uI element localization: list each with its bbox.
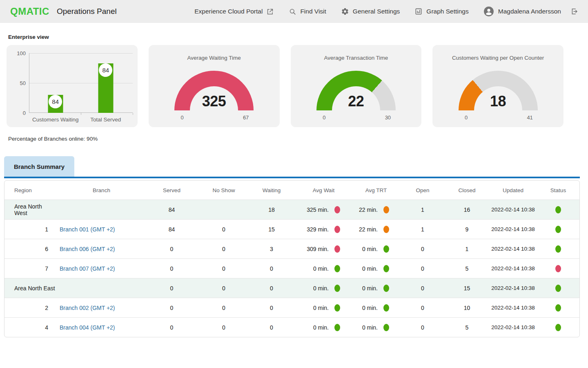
bar-value-badge: 84	[99, 63, 112, 77]
branch-status-dot	[555, 265, 561, 272]
table-row: 6 Branch 006 (GMT +2) 0 0 3 309 min. 0 m…	[4, 239, 579, 258]
gauge-max-label: 30	[385, 114, 391, 121]
avg-trt-status-dot	[383, 206, 389, 213]
cell-avg-wait: 0 min.	[296, 265, 352, 272]
gauge-title: Average Waiting Time	[149, 55, 280, 61]
cell-waiting: 18	[247, 206, 296, 213]
x-tick-end	[133, 113, 133, 115]
tab-bar: Branch Summary	[4, 156, 580, 178]
cell-updated: 2022-02-14 10:38	[489, 246, 537, 252]
avg-transaction-time-card: Average Transaction Time 22 0 30	[291, 45, 422, 127]
cell-open: 0	[401, 305, 445, 311]
table-row: Area North East 0 0 0 0 min. 0 min. 0 15…	[4, 278, 579, 298]
bar-total-served: 84	[98, 63, 113, 113]
avg-trt-status-dot	[383, 324, 389, 331]
branch-status-dot	[555, 285, 561, 292]
cell-avg-trt: 0 min.	[352, 324, 401, 331]
cell-waiting: 0	[247, 265, 296, 272]
nav-find-visit[interactable]: Find Visit	[289, 8, 326, 16]
branch-link[interactable]: Branch 004 (GMT +2)	[60, 324, 115, 331]
col-header-branch: Branch	[56, 187, 143, 193]
branch-summary-table: Region Branch Served No Show Waiting Avg…	[4, 180, 580, 337]
gear-icon	[341, 7, 349, 16]
cell-region: 4	[4, 324, 56, 331]
branch-link[interactable]: Branch 002 (GMT +2)	[60, 305, 115, 311]
avg-wait-status-dot	[334, 285, 340, 292]
cell-updated: 2022-02-14 10:38	[489, 265, 537, 272]
cell-closed: 5	[445, 265, 489, 272]
search-icon	[289, 8, 296, 16]
cell-status	[537, 265, 579, 272]
tab-branch-summary[interactable]: Branch Summary	[4, 156, 74, 177]
cell-avg-trt: 0 min.	[352, 285, 401, 292]
avg-trt-status-dot	[383, 245, 389, 253]
cell-closed: 5	[445, 324, 489, 331]
gauge-max-label: 41	[527, 114, 532, 121]
nav-user[interactable]: Magdalena Andersson	[483, 6, 561, 17]
header-nav: Experience Cloud Portal Find Visit Gener…	[194, 6, 578, 17]
table-body: Area North West 84 18 325 min. 22 min. 1…	[4, 200, 579, 337]
table-row: 1 Branch 001 (GMT +2) 84 0 15 329 min. 2…	[4, 219, 579, 239]
cell-served: 84	[143, 226, 200, 233]
cell-branch: Branch 004 (GMT +2)	[56, 324, 143, 331]
avg-trt-status-dot	[383, 265, 389, 272]
cell-no-show: 0	[200, 324, 247, 331]
graph-settings-icon	[414, 7, 423, 16]
col-header-updated: Updated	[489, 187, 537, 193]
cell-updated: 2022-02-14 10:38	[489, 285, 537, 291]
gauge-max-label: 67	[243, 114, 249, 121]
avg-waiting-time-gauge: 325	[174, 71, 254, 110]
cell-closed: 9	[445, 226, 489, 233]
cell-updated: 2022-02-14 10:38	[489, 226, 537, 232]
cell-served: 0	[143, 246, 200, 252]
cell-avg-trt: 22 min.	[352, 226, 401, 233]
branch-status-dot	[555, 206, 561, 213]
cell-updated: 2022-02-14 10:38	[489, 324, 537, 330]
col-header-no-show: No Show	[200, 187, 247, 193]
bar-chart-plot: 100 50 0 84 84 Customers Waiting Tot	[29, 53, 133, 113]
cell-branch: Branch 001 (GMT +2)	[56, 226, 143, 233]
branches-online-text: Percentage of Branches online: 90%	[8, 136, 588, 142]
cell-avg-wait: 309 min.	[296, 245, 352, 253]
avg-trt-status-dot	[383, 285, 389, 292]
nav-general-settings[interactable]: General Settings	[341, 7, 400, 16]
branch-link[interactable]: Branch 007 (GMT +2)	[60, 265, 115, 272]
gauge-title: Customers Waiting per Open Counter	[432, 55, 564, 61]
cell-served: 0	[143, 285, 200, 292]
gridline-50	[29, 83, 133, 83]
table-row: 4 Branch 004 (GMT +2) 0 0 0 0 min. 0 min…	[4, 317, 579, 337]
cell-branch: Branch 006 (GMT +2)	[56, 246, 143, 252]
avg-wait-status-dot	[334, 324, 340, 331]
cell-no-show: 0	[200, 265, 247, 272]
gauge-min-label: 0	[323, 114, 325, 121]
cell-no-show: 0	[200, 246, 247, 252]
nav-experience-cloud-portal[interactable]: Experience Cloud Portal	[194, 8, 274, 16]
avg-transaction-time-gauge: 22	[316, 71, 396, 110]
avg-wait-status-dot	[334, 304, 340, 312]
cell-no-show: 0	[200, 305, 247, 311]
cell-served: 0	[143, 265, 200, 272]
cell-status	[537, 304, 579, 312]
cell-waiting: 3	[247, 246, 296, 252]
y-tick-50: 50	[20, 80, 26, 86]
x-tick-mid	[81, 113, 81, 115]
branch-link[interactable]: Branch 001 (GMT +2)	[60, 226, 115, 233]
branch-status-dot	[555, 226, 561, 233]
bar-customers-waiting: 84	[48, 95, 63, 113]
cell-branch: Branch 007 (GMT +2)	[56, 265, 143, 272]
nav-graph-settings[interactable]: Graph Settings	[414, 7, 468, 16]
cell-avg-wait: 0 min.	[296, 285, 352, 292]
branch-status-dot	[555, 304, 561, 312]
bar-chart-card: 100 50 0 84 84 Customers Waiting Tot	[7, 45, 138, 127]
table-header-row: Region Branch Served No Show Waiting Avg…	[4, 181, 579, 200]
cell-open: 0	[401, 324, 445, 331]
logout-button[interactable]	[570, 7, 578, 16]
cell-open: 1	[401, 226, 445, 233]
gauge-value: 325	[174, 93, 254, 110]
cell-open: 1	[401, 206, 445, 213]
avg-wait-status-dot	[334, 206, 340, 213]
main-content: Enterprise view 100 50 0 84 84	[0, 34, 588, 337]
col-header-waiting: Waiting	[247, 187, 296, 193]
y-tick-0: 0	[23, 110, 26, 116]
branch-link[interactable]: Branch 006 (GMT +2)	[60, 246, 115, 252]
